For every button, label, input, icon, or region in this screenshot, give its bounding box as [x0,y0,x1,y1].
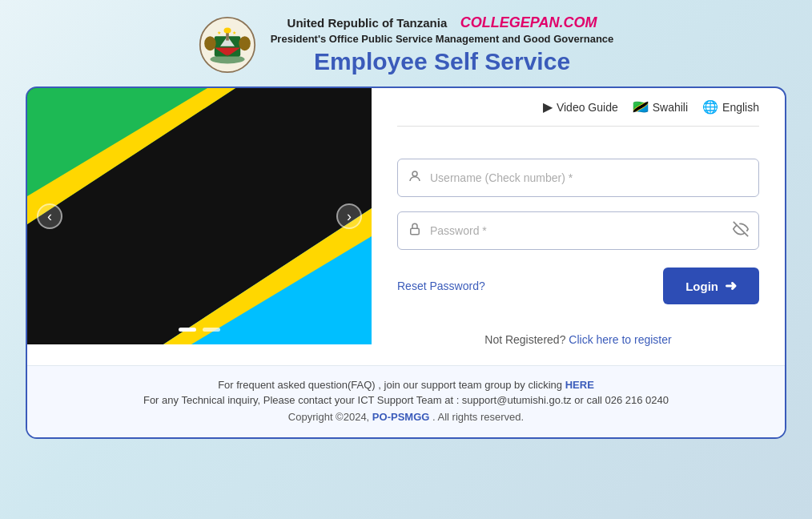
english-link[interactable]: 🌐 English [702,99,759,115]
username-input-group [397,159,759,197]
carousel-prev-button[interactable]: ‹ [37,203,62,229]
video-guide-label: Video Guide [557,101,618,114]
svg-rect-21 [411,228,420,235]
faq-line: For frequent asked question(FAQ) , join … [46,379,766,391]
login-panel: ▶ Video Guide 🇹🇿 Swahili 🌐 English [372,88,785,365]
faq-link[interactable]: HERE [565,379,594,391]
password-input-group [397,211,759,250]
org-title-line1: United Republic of Tanzania [287,16,448,30]
login-form: Reset Password? Login ➜ Not Registered? … [397,159,759,346]
login-arrow-icon: ➜ [725,277,737,295]
user-icon [408,169,422,187]
technical-line: For any Technical inquiry, Please contac… [46,394,766,406]
copyright-text-start: Copyright ©2024, [288,411,369,423]
header-text-block: United Republic of Tanzania COLLEGEPAN.C… [271,14,614,75]
username-input[interactable] [430,171,749,184]
swahili-flag-icon: 🇹🇿 [633,99,649,115]
svg-point-5 [223,27,231,33]
page-title: Employee Self Service [271,48,614,75]
carousel-dot-1[interactable] [179,328,196,332]
password-input[interactable] [430,224,725,237]
svg-text:★: ★ [232,30,236,35]
main-card: ‹ › ▶ Video Guide 🇹🇿 Swahili [26,86,786,439]
lock-icon [408,222,422,240]
not-registered-section: Not Registered? Click here to register [397,333,759,346]
card-footer: For frequent asked question(FAQ) , join … [27,365,785,437]
copyright-line: Copyright ©2024, PO-PSMGG . All rights r… [46,411,766,423]
svg-point-10 [210,55,244,64]
faq-text: For frequent asked question(FAQ) , join … [218,379,562,391]
swahili-link[interactable]: 🇹🇿 Swahili [633,99,688,115]
form-actions-row: Reset Password? Login ➜ [397,268,759,304]
copyright-text-end: . All rights reserved. [432,411,524,423]
coat-of-arms-icon: ★ ★ [199,16,256,74]
language-nav-bar: ▶ Video Guide 🇹🇿 Swahili 🌐 English [397,88,759,127]
po-psmgg-link[interactable]: PO-PSMGG [372,411,430,423]
login-button-label: Login [685,280,718,293]
video-guide-link[interactable]: ▶ Video Guide [543,99,618,115]
toggle-password-icon[interactable] [733,221,749,241]
svg-point-20 [412,171,417,176]
svg-point-7 [239,36,250,50]
flag-carousel: ‹ › [27,88,372,344]
svg-text:★: ★ [217,30,221,35]
reset-password-link[interactable]: Reset Password? [397,280,485,292]
login-button[interactable]: Login ➜ [663,268,759,304]
page-header: ★ ★ United Republic of Tanzania COLLEGEP… [0,14,812,75]
org-title-line2: President's Office Public Service Manage… [271,33,614,45]
carousel-next-button[interactable]: › [336,203,362,229]
card-top-section: ‹ › ▶ Video Guide 🇹🇿 Swahili [27,88,785,365]
english-label: English [722,101,759,114]
swahili-label: Swahili [653,101,688,114]
carousel-dot-2[interactable] [203,328,220,332]
youtube-icon: ▶ [543,99,553,115]
collegepan-brand: COLLEGEPAN.COM [460,14,597,30]
register-link[interactable]: Click here to register [569,333,671,346]
globe-icon: 🌐 [702,99,718,115]
not-registered-text: Not Registered? [484,333,565,346]
svg-point-6 [204,36,215,50]
carousel-dots [179,328,220,332]
